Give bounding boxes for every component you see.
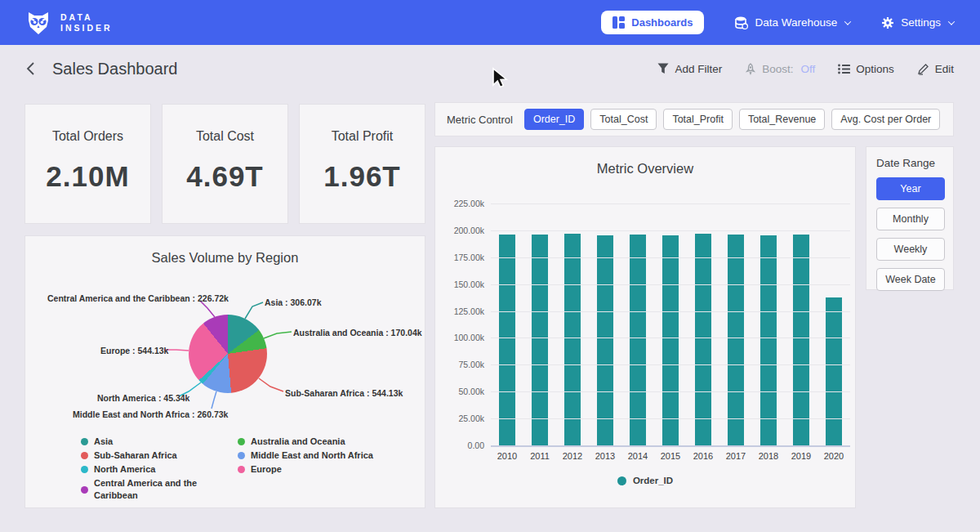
legend-item[interactable]: Europe bbox=[238, 463, 373, 476]
kpi-label: Total Cost bbox=[196, 129, 254, 144]
filter-icon bbox=[657, 63, 669, 74]
date-range-year-button[interactable]: Year bbox=[876, 177, 945, 200]
legend-label: Middle East and North Africa bbox=[251, 449, 373, 462]
boost-label: Boost: bbox=[762, 63, 793, 75]
bar-chart-card: Metric Overview 225.00k200.00k175.00k150… bbox=[434, 146, 856, 508]
dashboard-icon bbox=[612, 16, 625, 29]
y-axis-tick: 200.00k bbox=[454, 226, 484, 235]
x-axis-tick: 2014 bbox=[621, 451, 654, 461]
bar[interactable] bbox=[728, 235, 744, 445]
edit-button[interactable]: Edit bbox=[917, 63, 954, 75]
boost-toggle[interactable]: Boost: Off bbox=[745, 63, 815, 75]
chevron-left-icon bbox=[24, 61, 38, 76]
bar[interactable] bbox=[760, 235, 777, 445]
x-axis-tick: 2011 bbox=[523, 451, 556, 461]
bar[interactable] bbox=[597, 235, 613, 445]
page-title: Sales Dashboard bbox=[52, 60, 177, 78]
owl-icon bbox=[24, 9, 52, 37]
kpi-value: 1.96T bbox=[323, 160, 401, 193]
legend-item[interactable]: Central America and the Caribbean bbox=[81, 477, 238, 502]
metric-chip-total-cost[interactable]: Total_Cost bbox=[590, 109, 657, 130]
add-filter-button[interactable]: Add Filter bbox=[657, 63, 722, 75]
legend-item[interactable]: Australia and Oceania bbox=[238, 436, 373, 448]
legend-label: Europe bbox=[251, 463, 282, 476]
nav-settings-menu[interactable]: Settings bbox=[881, 16, 954, 29]
y-axis-tick: 150.00k bbox=[454, 279, 484, 289]
kpi-card-total-orders: Total Orders 2.10M bbox=[24, 104, 151, 224]
brand-name: DATA INSIDER bbox=[60, 12, 113, 34]
edit-label: Edit bbox=[935, 63, 954, 75]
nav-data-warehouse-menu[interactable]: Data Warehouse bbox=[735, 16, 850, 29]
pie-slice-label: Asia : 306.07k bbox=[265, 297, 321, 307]
nav-dashboards-button[interactable]: Dashboards bbox=[601, 11, 704, 34]
boost-status: Off bbox=[800, 63, 815, 75]
metric-chip-total-profit[interactable]: Total_Profit bbox=[663, 109, 733, 130]
kpi-card-total-profit: Total Profit 1.96T bbox=[299, 104, 425, 224]
nav-dashboards-label: Dashboards bbox=[631, 16, 693, 29]
legend-dot bbox=[81, 486, 88, 494]
bar[interactable] bbox=[793, 235, 809, 445]
nav-settings-label: Settings bbox=[901, 16, 941, 29]
bar[interactable] bbox=[532, 235, 548, 445]
bar-plot bbox=[491, 203, 850, 445]
metric-chip-order-id[interactable]: Order_ID bbox=[524, 109, 584, 130]
legend-item[interactable]: Asia bbox=[81, 436, 238, 448]
back-button[interactable] bbox=[21, 58, 41, 79]
bar[interactable] bbox=[662, 235, 679, 445]
bar-legend-dot bbox=[617, 476, 626, 485]
rocket-icon bbox=[745, 63, 756, 75]
y-axis-tick: 25.00k bbox=[458, 414, 484, 423]
x-axis-tick: 2015 bbox=[654, 451, 687, 461]
metric-chip-total-revenue[interactable]: Total_Revenue bbox=[739, 109, 825, 130]
legend-item[interactable]: Sub-Saharan Africa bbox=[81, 449, 238, 462]
bar-legend-item[interactable]: Order_ID bbox=[435, 476, 855, 485]
legend-dot bbox=[81, 452, 88, 459]
bar-chart-title: Metric Overview bbox=[435, 147, 855, 177]
date-range-weekly-button[interactable]: Weekly bbox=[876, 238, 945, 261]
x-axis-tick: 2019 bbox=[785, 451, 817, 461]
metric-chip-avg-cost-per-order[interactable]: Avg. Cost per Order bbox=[831, 109, 940, 130]
bar[interactable] bbox=[564, 234, 581, 445]
bar-bars bbox=[491, 203, 850, 445]
pie-slice-label: Europe : 544.13k bbox=[100, 346, 168, 355]
pie-slice-label: Central America and the Caribbean : 226.… bbox=[47, 293, 229, 303]
y-axis-tick: 50.00k bbox=[458, 387, 484, 396]
legend-dot bbox=[238, 438, 245, 445]
database-icon bbox=[735, 16, 748, 29]
pie-chart[interactable] bbox=[189, 315, 267, 393]
x-axis-tick: 2016 bbox=[687, 451, 719, 461]
options-button[interactable]: Options bbox=[838, 63, 894, 75]
dashboard-header: Sales Dashboard Add Filter Boost: Off bbox=[0, 45, 980, 92]
bar[interactable] bbox=[826, 297, 842, 445]
nav-data-warehouse-label: Data Warehouse bbox=[755, 16, 837, 29]
list-icon bbox=[838, 64, 850, 74]
date-range-label: Date Range bbox=[876, 157, 943, 169]
metric-control-bar: Metric Control Order_ID Total_Cost Total… bbox=[434, 102, 954, 136]
pie-legend: AsiaAustralia and OceaniaSub-Saharan Afr… bbox=[81, 436, 373, 502]
date-range-monthly-button[interactable]: Monthly bbox=[876, 208, 945, 230]
kpi-label: Total Profit bbox=[332, 129, 394, 144]
legend-label: Central America and the Caribbean bbox=[94, 477, 238, 502]
bar[interactable] bbox=[630, 235, 646, 445]
date-range-week-date-button[interactable]: Week Date bbox=[876, 268, 945, 291]
bar[interactable] bbox=[499, 235, 515, 445]
legend-dot bbox=[238, 452, 245, 459]
x-axis-tick: 2013 bbox=[589, 451, 621, 461]
chevron-down-icon bbox=[844, 18, 851, 25]
y-axis-tick: 175.00k bbox=[454, 253, 484, 262]
legend-item[interactable]: North America bbox=[81, 463, 238, 476]
y-axis-tick: 0.00 bbox=[468, 440, 484, 450]
metric-control-label: Metric Control bbox=[447, 114, 513, 126]
pie-chart-title: Sales Volume by Region bbox=[25, 236, 425, 266]
legend-item[interactable]: Middle East and North Africa bbox=[238, 449, 373, 462]
bar-legend-label: Order_ID bbox=[633, 476, 673, 485]
y-axis-tick: 100.00k bbox=[454, 333, 484, 342]
pie-slice-label: Middle East and North Africa : 260.73k bbox=[73, 409, 228, 419]
options-label: Options bbox=[856, 63, 894, 75]
kpi-card-total-cost: Total Cost 4.69T bbox=[162, 104, 288, 224]
legend-dot bbox=[238, 466, 245, 473]
pie-slice-label: North America : 45.34k bbox=[97, 393, 189, 403]
legend-label: Sub-Saharan Africa bbox=[94, 449, 177, 462]
bar[interactable] bbox=[695, 234, 711, 445]
bar-xaxis: 2010201120122013201420152016201720182019… bbox=[491, 451, 850, 461]
